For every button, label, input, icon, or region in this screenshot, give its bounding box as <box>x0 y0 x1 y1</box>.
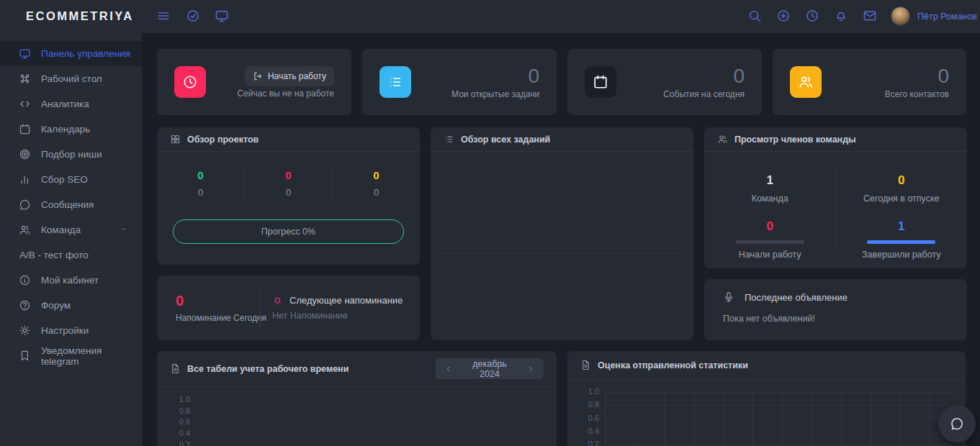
tasks-overview-title: Обзор всех заданий <box>461 135 550 145</box>
progress-bar <box>736 240 804 244</box>
y-axis-ticks: 1.0 0.8 0.6 0.4 0.2 <box>580 388 599 446</box>
sidebar-item-niche[interactable]: Подбор ниши <box>0 142 142 167</box>
sidebar-item-messages[interactable]: Сообщения <box>0 192 142 217</box>
sidebar-item-label: Мой кабинет <box>41 275 99 286</box>
sidebar-item-dashboard[interactable]: Панель управления <box>0 41 142 66</box>
plus-circle-icon[interactable] <box>775 9 792 24</box>
mail-icon[interactable] <box>861 9 878 24</box>
sidebar-item-label: Рабочий стол <box>41 73 102 84</box>
sidebar-item-analytics[interactable]: Аналитика <box>0 91 142 117</box>
open-tasks-count: 0 <box>451 65 539 87</box>
projects-overview-widget: Обзор проектов 0 0 0 0 0 0 Прогресс 0% <box>157 127 420 265</box>
file-icon <box>170 363 181 374</box>
prev-month-button[interactable] <box>436 358 462 379</box>
sidebar-item-label: Форум <box>41 300 71 311</box>
code-icon <box>18 98 31 111</box>
y-axis-ticks: 1.0 0.8 0.6 0.4 0.2 <box>171 396 190 446</box>
sidebar-item-label: Подбор ниши <box>41 149 102 160</box>
command-icon <box>18 73 31 86</box>
user-name[interactable]: Пётр Романов <box>917 12 977 22</box>
next-month-button[interactable] <box>518 358 544 379</box>
sidebar-item-desktop[interactable]: Рабочий стол <box>0 66 142 91</box>
divider <box>441 253 683 254</box>
events-today-count: 0 <box>663 65 745 87</box>
progress-pill: Прогресс 0% <box>173 219 404 244</box>
sidebar-item-telegram-notifications[interactable]: Уведомления telegram <box>0 343 142 368</box>
calendar-icon <box>585 66 616 98</box>
total-contacts-label: Всего контактов <box>885 89 949 99</box>
search-icon[interactable] <box>746 9 763 24</box>
stat-card-total-contacts: 0 Всего контактов <box>773 49 966 115</box>
announcement-widget: Последнее объявление Пока нет объявлений… <box>704 279 967 340</box>
sidebar-item-seo[interactable]: Сбор SEO <box>0 167 142 192</box>
app-logo: ECOMMETRIYA <box>26 9 134 23</box>
timesheet-chart-title: Все табели учета рабочего времени <box>187 364 349 374</box>
open-tasks-label: Мои открытые задачи <box>451 89 539 99</box>
chevron-left-icon <box>444 365 453 373</box>
team-stat: 0 Сегодня в отпуске <box>836 168 968 214</box>
divider <box>836 166 837 248</box>
top-header: ECOMMETRIYA Пётр Романов <box>0 0 980 33</box>
sidebar-item-label: Настройки <box>41 325 89 336</box>
next-reminder-title: Следующее напоминание <box>289 295 403 306</box>
events-today-label: События на сегодня <box>663 89 745 99</box>
month-navigator: декабрь 2024 <box>436 358 544 379</box>
gear-icon <box>18 324 31 337</box>
sidebar: Панель управления Рабочий стол Аналитика… <box>0 33 142 446</box>
sidebar-item-label: Сообщения <box>41 199 94 210</box>
microphone-icon <box>723 291 734 303</box>
sidebar-item-label: Календарь <box>41 124 90 135</box>
sidebar-item-team[interactable]: Команда <box>0 217 142 242</box>
sidebar-item-calendar[interactable]: Календарь <box>0 117 142 142</box>
month-label: декабрь 2024 <box>462 359 518 379</box>
stat-card-events-today: 0 События на сегодня <box>567 49 762 115</box>
sidebar-item-label: Сбор SEO <box>41 174 88 185</box>
people-icon <box>717 134 728 145</box>
stat-card-work-status: Начать работу Сейчас вы не на работе <box>157 49 351 115</box>
project-stat: 0 0 <box>157 169 244 198</box>
total-contacts-count: 0 <box>885 65 949 87</box>
sidebar-item-ab-test[interactable]: A/B - тест фото <box>0 242 142 268</box>
grid-icon <box>170 134 181 145</box>
clock-icon <box>174 66 206 98</box>
announcement-empty-text: Пока нет объявлений! <box>723 314 948 324</box>
tasks-overview-widget: Обзор всех заданий <box>431 127 693 340</box>
sidebar-item-my-cabinet[interactable]: Мой кабинет <box>0 268 142 293</box>
sidebar-item-forum[interactable]: Форум <box>0 293 142 318</box>
check-circle-icon[interactable] <box>184 9 202 24</box>
monitor-icon[interactable] <box>213 9 230 24</box>
projects-overview-title: Обзор проектов <box>187 135 259 145</box>
user-avatar[interactable] <box>891 6 910 26</box>
calendar-icon <box>18 123 31 136</box>
team-stat: 1 Завершили работу <box>836 214 968 270</box>
start-work-button[interactable]: Начать работу <box>245 66 334 86</box>
chat-fab-button[interactable] <box>938 405 976 442</box>
monitor-icon <box>18 47 31 60</box>
chevron-right-icon <box>526 365 535 373</box>
timesheet-chart-widget: Все табели учета рабочего времени декабр… <box>157 351 557 446</box>
statistics-chart-title: Оценка отправленной статистики <box>598 360 748 370</box>
team-overview-title: Просмотр членов команды <box>734 135 856 145</box>
team-stat: 0 Начали работу <box>704 214 836 270</box>
bell-icon[interactable] <box>832 9 850 24</box>
sidebar-item-label: Уведомления telegram <box>41 345 142 367</box>
team-stat: 1 Команда <box>704 168 836 214</box>
sidebar-item-settings[interactable]: Настройки <box>0 318 142 343</box>
project-stat: 0 0 <box>333 169 420 198</box>
reminders-today-label: Напоминание Сегодня <box>176 313 260 323</box>
list-icon <box>444 134 454 145</box>
stat-card-open-tasks: 0 Мои открытые задачи <box>362 49 557 115</box>
hamburger-menu-icon[interactable] <box>155 9 172 24</box>
bar-chart-icon <box>18 173 31 186</box>
sidebar-item-label: Панель управления <box>41 48 130 59</box>
info-circle-icon <box>18 274 31 287</box>
target-icon <box>18 148 31 161</box>
login-arrow-icon <box>253 71 263 81</box>
announcement-title: Последнее объявление <box>745 292 848 303</box>
clock-icon[interactable] <box>804 9 821 24</box>
next-reminder-value: Нет Напоминание <box>272 311 403 321</box>
progress-bar <box>867 240 935 244</box>
work-status-label: Сейчас вы не на работе <box>237 88 334 99</box>
chat-icon <box>18 199 31 211</box>
people-icon <box>18 224 31 237</box>
